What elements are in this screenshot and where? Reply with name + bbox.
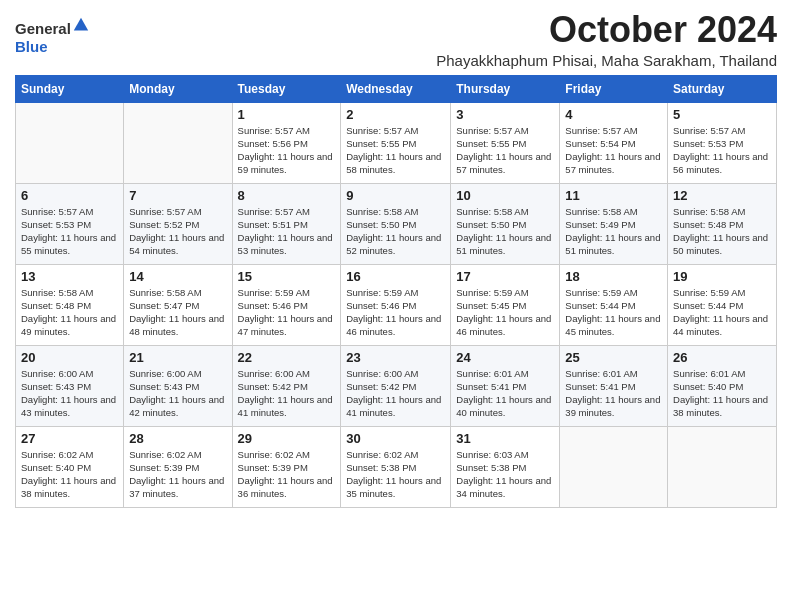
sunset-text: Sunset: 5:51 PM [238, 219, 308, 230]
sunrise-text: Sunrise: 6:00 AM [238, 368, 310, 379]
sunrise-text: Sunrise: 5:59 AM [456, 287, 528, 298]
cell-detail: Sunrise: 5:57 AM Sunset: 5:56 PM Dayligh… [238, 124, 336, 177]
calendar-cell: 6 Sunrise: 5:57 AM Sunset: 5:53 PM Dayli… [16, 183, 124, 264]
cell-detail: Sunrise: 6:01 AM Sunset: 5:40 PM Dayligh… [673, 367, 771, 420]
day-number: 15 [238, 269, 336, 284]
day-number: 20 [21, 350, 118, 365]
sunset-text: Sunset: 5:39 PM [129, 462, 199, 473]
sunrise-text: Sunrise: 5:57 AM [129, 206, 201, 217]
day-number: 12 [673, 188, 771, 203]
sunset-text: Sunset: 5:43 PM [21, 381, 91, 392]
sunset-text: Sunset: 5:41 PM [456, 381, 526, 392]
sunset-text: Sunset: 5:43 PM [129, 381, 199, 392]
sunset-text: Sunset: 5:47 PM [129, 300, 199, 311]
sunset-text: Sunset: 5:56 PM [238, 138, 308, 149]
cell-detail: Sunrise: 5:58 AM Sunset: 5:49 PM Dayligh… [565, 205, 662, 258]
sunset-text: Sunset: 5:50 PM [456, 219, 526, 230]
cell-content: 3 Sunrise: 5:57 AM Sunset: 5:55 PM Dayli… [456, 107, 554, 179]
cell-content: 10 Sunrise: 5:58 AM Sunset: 5:50 PM Dayl… [456, 188, 554, 260]
cell-detail: Sunrise: 5:57 AM Sunset: 5:51 PM Dayligh… [238, 205, 336, 258]
week-row-5: 27 Sunrise: 6:02 AM Sunset: 5:40 PM Dayl… [16, 426, 777, 507]
weekday-tuesday: Tuesday [232, 75, 341, 102]
calendar-cell [124, 102, 232, 183]
cell-detail: Sunrise: 6:00 AM Sunset: 5:42 PM Dayligh… [346, 367, 445, 420]
sunrise-text: Sunrise: 5:58 AM [129, 287, 201, 298]
sunrise-text: Sunrise: 6:01 AM [565, 368, 637, 379]
cell-content: 26 Sunrise: 6:01 AM Sunset: 5:40 PM Dayl… [673, 350, 771, 422]
daylight-text: Daylight: 11 hours and 57 minutes. [456, 151, 551, 175]
weekday-header-row: SundayMondayTuesdayWednesdayThursdayFrid… [16, 75, 777, 102]
cell-detail: Sunrise: 5:57 AM Sunset: 5:53 PM Dayligh… [673, 124, 771, 177]
calendar-cell: 12 Sunrise: 5:58 AM Sunset: 5:48 PM Dayl… [668, 183, 777, 264]
daylight-text: Daylight: 11 hours and 36 minutes. [238, 475, 333, 499]
calendar-cell: 5 Sunrise: 5:57 AM Sunset: 5:53 PM Dayli… [668, 102, 777, 183]
day-number: 28 [129, 431, 226, 446]
sunset-text: Sunset: 5:52 PM [129, 219, 199, 230]
cell-content: 29 Sunrise: 6:02 AM Sunset: 5:39 PM Dayl… [238, 431, 336, 503]
cell-content: 19 Sunrise: 5:59 AM Sunset: 5:44 PM Dayl… [673, 269, 771, 341]
sunrise-text: Sunrise: 5:58 AM [565, 206, 637, 217]
day-number: 9 [346, 188, 445, 203]
cell-detail: Sunrise: 6:00 AM Sunset: 5:42 PM Dayligh… [238, 367, 336, 420]
cell-detail: Sunrise: 5:58 AM Sunset: 5:50 PM Dayligh… [346, 205, 445, 258]
day-number: 4 [565, 107, 662, 122]
weekday-sunday: Sunday [16, 75, 124, 102]
calendar-cell: 22 Sunrise: 6:00 AM Sunset: 5:42 PM Dayl… [232, 345, 341, 426]
cell-detail: Sunrise: 6:01 AM Sunset: 5:41 PM Dayligh… [565, 367, 662, 420]
cell-detail: Sunrise: 6:02 AM Sunset: 5:40 PM Dayligh… [21, 448, 118, 501]
sunrise-text: Sunrise: 5:57 AM [238, 206, 310, 217]
sunrise-text: Sunrise: 5:57 AM [456, 125, 528, 136]
sunset-text: Sunset: 5:44 PM [565, 300, 635, 311]
daylight-text: Daylight: 11 hours and 52 minutes. [346, 232, 441, 256]
calendar-cell: 4 Sunrise: 5:57 AM Sunset: 5:54 PM Dayli… [560, 102, 668, 183]
cell-detail: Sunrise: 5:59 AM Sunset: 5:46 PM Dayligh… [346, 286, 445, 339]
calendar-cell: 1 Sunrise: 5:57 AM Sunset: 5:56 PM Dayli… [232, 102, 341, 183]
daylight-text: Daylight: 11 hours and 54 minutes. [129, 232, 224, 256]
cell-detail: Sunrise: 5:59 AM Sunset: 5:45 PM Dayligh… [456, 286, 554, 339]
day-number: 13 [21, 269, 118, 284]
cell-content: 23 Sunrise: 6:00 AM Sunset: 5:42 PM Dayl… [346, 350, 445, 422]
calendar-cell: 24 Sunrise: 6:01 AM Sunset: 5:41 PM Dayl… [451, 345, 560, 426]
cell-detail: Sunrise: 6:02 AM Sunset: 5:39 PM Dayligh… [238, 448, 336, 501]
daylight-text: Daylight: 11 hours and 37 minutes. [129, 475, 224, 499]
sunset-text: Sunset: 5:40 PM [673, 381, 743, 392]
calendar-cell: 13 Sunrise: 5:58 AM Sunset: 5:48 PM Dayl… [16, 264, 124, 345]
calendar-cell [16, 102, 124, 183]
cell-content: 7 Sunrise: 5:57 AM Sunset: 5:52 PM Dayli… [129, 188, 226, 260]
logo: General Blue [15, 16, 90, 56]
day-number: 25 [565, 350, 662, 365]
sunset-text: Sunset: 5:38 PM [346, 462, 416, 473]
cell-content: 6 Sunrise: 5:57 AM Sunset: 5:53 PM Dayli… [21, 188, 118, 260]
calendar-body: 1 Sunrise: 5:57 AM Sunset: 5:56 PM Dayli… [16, 102, 777, 507]
daylight-text: Daylight: 11 hours and 39 minutes. [565, 394, 660, 418]
sunrise-text: Sunrise: 6:02 AM [129, 449, 201, 460]
sunset-text: Sunset: 5:42 PM [346, 381, 416, 392]
calendar-cell: 19 Sunrise: 5:59 AM Sunset: 5:44 PM Dayl… [668, 264, 777, 345]
sunrise-text: Sunrise: 6:01 AM [673, 368, 745, 379]
cell-detail: Sunrise: 5:57 AM Sunset: 5:55 PM Dayligh… [456, 124, 554, 177]
daylight-text: Daylight: 11 hours and 38 minutes. [673, 394, 768, 418]
daylight-text: Daylight: 11 hours and 35 minutes. [346, 475, 441, 499]
day-number: 7 [129, 188, 226, 203]
cell-content: 27 Sunrise: 6:02 AM Sunset: 5:40 PM Dayl… [21, 431, 118, 503]
sunset-text: Sunset: 5:55 PM [346, 138, 416, 149]
daylight-text: Daylight: 11 hours and 45 minutes. [565, 313, 660, 337]
cell-detail: Sunrise: 6:02 AM Sunset: 5:39 PM Dayligh… [129, 448, 226, 501]
daylight-text: Daylight: 11 hours and 46 minutes. [346, 313, 441, 337]
daylight-text: Daylight: 11 hours and 53 minutes. [238, 232, 333, 256]
logo-blue: Blue [15, 38, 48, 55]
sunrise-text: Sunrise: 5:57 AM [673, 125, 745, 136]
sunrise-text: Sunrise: 5:58 AM [456, 206, 528, 217]
cell-content: 5 Sunrise: 5:57 AM Sunset: 5:53 PM Dayli… [673, 107, 771, 179]
sunrise-text: Sunrise: 6:02 AM [238, 449, 310, 460]
cell-detail: Sunrise: 5:58 AM Sunset: 5:48 PM Dayligh… [21, 286, 118, 339]
cell-detail: Sunrise: 5:57 AM Sunset: 5:55 PM Dayligh… [346, 124, 445, 177]
cell-content: 17 Sunrise: 5:59 AM Sunset: 5:45 PM Dayl… [456, 269, 554, 341]
day-number: 1 [238, 107, 336, 122]
calendar-cell: 16 Sunrise: 5:59 AM Sunset: 5:46 PM Dayl… [341, 264, 451, 345]
weekday-saturday: Saturday [668, 75, 777, 102]
day-number: 24 [456, 350, 554, 365]
sunrise-text: Sunrise: 5:57 AM [565, 125, 637, 136]
sunset-text: Sunset: 5:54 PM [565, 138, 635, 149]
day-number: 22 [238, 350, 336, 365]
